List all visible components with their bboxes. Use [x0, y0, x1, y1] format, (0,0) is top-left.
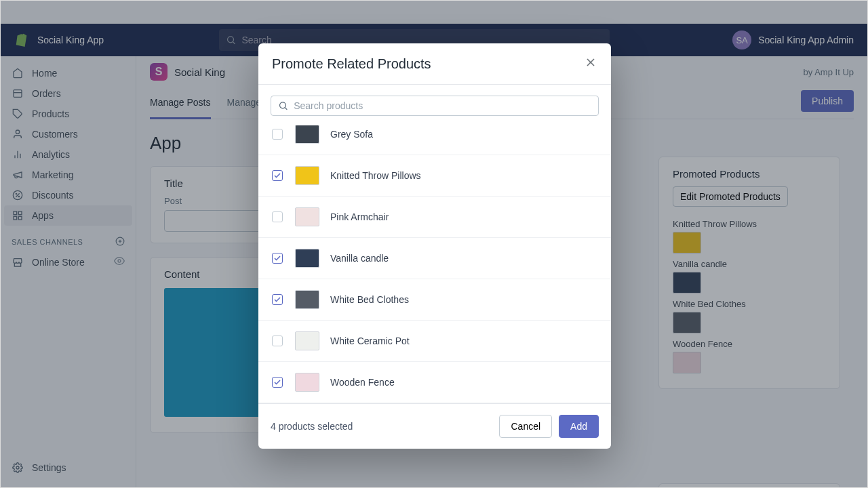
product-row[interactable]: White Ceramic Pot [258, 321, 611, 362]
modal-header: Promote Related Products [258, 43, 611, 85]
modal-title: Promote Related Products [272, 56, 431, 72]
product-checkbox[interactable] [272, 377, 283, 388]
product-row[interactable]: Pink Armchair [258, 197, 611, 238]
product-checkbox[interactable] [272, 294, 283, 305]
product-thumbnail [295, 207, 319, 226]
product-name: Vanilla candle [330, 253, 389, 264]
selection-count: 4 products selected [271, 421, 353, 432]
add-button[interactable]: Add [559, 415, 599, 438]
promote-products-modal: Promote Related Products Grey Sofa Knitt… [258, 43, 611, 449]
svg-point-24 [280, 102, 286, 108]
product-name: Wooden Fence [330, 377, 395, 388]
product-row[interactable]: Knitted Throw Pillows [258, 155, 611, 197]
product-checkbox[interactable] [272, 336, 283, 346]
product-row[interactable]: White Bed Clothes [258, 279, 611, 321]
product-name: Knitted Throw Pillows [330, 170, 421, 181]
product-checkbox[interactable] [272, 253, 283, 264]
search-icon [278, 100, 288, 111]
product-thumbnail [295, 166, 319, 185]
product-row[interactable]: Grey Sofa [258, 125, 611, 155]
modal-search-input[interactable] [294, 100, 591, 111]
svg-line-25 [285, 108, 288, 110]
modal-search-field[interactable] [271, 96, 599, 116]
product-name: White Ceramic Pot [330, 336, 410, 346]
product-row[interactable]: Vanilla candle [258, 238, 611, 279]
product-checkbox[interactable] [272, 170, 283, 181]
product-thumbnail [295, 249, 319, 268]
product-checkbox[interactable] [272, 211, 283, 222]
product-thumbnail [295, 125, 319, 144]
cancel-button[interactable]: Cancel [499, 415, 552, 438]
product-name: Pink Armchair [330, 211, 389, 222]
close-icon[interactable] [584, 56, 597, 72]
modal-footer: 4 products selected Cancel Add [258, 403, 611, 449]
product-thumbnail [295, 290, 319, 309]
product-checkbox[interactable] [272, 129, 283, 140]
product-name: Grey Sofa [330, 129, 373, 140]
product-name: White Bed Clothes [330, 294, 409, 305]
modal-search [258, 85, 611, 125]
product-list[interactable]: Grey Sofa Knitted Throw Pillows Pink Arm… [258, 125, 611, 403]
product-thumbnail [295, 331, 319, 350]
product-thumbnail [295, 373, 319, 392]
product-row[interactable]: Wooden Fence [258, 362, 611, 403]
